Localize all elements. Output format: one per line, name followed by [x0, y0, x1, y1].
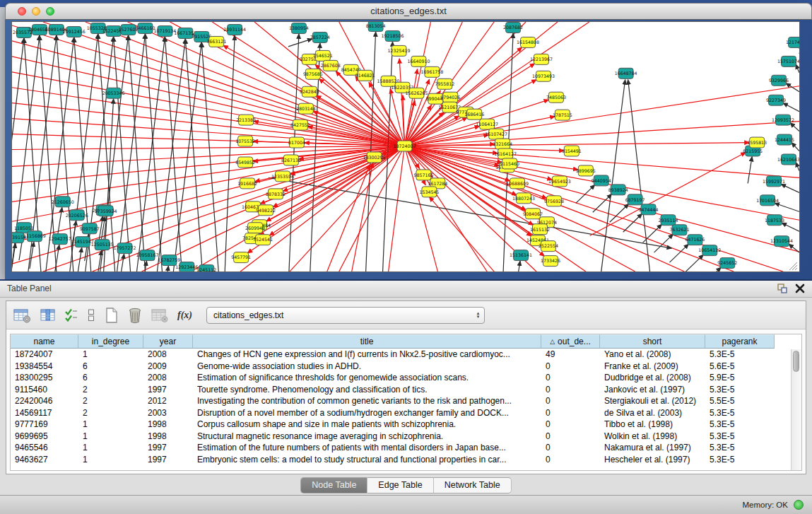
table-cell-short[interactable]: Stergiakouli et al. (2012) — [600, 395, 705, 407]
network-node[interactable]: 5498222 — [256, 205, 276, 216]
table-cell-out-de[interactable]: 0 — [541, 384, 600, 396]
network-node[interactable]: 1244415 — [775, 134, 794, 145]
column-header-out-de[interactable]: △out_de... — [541, 334, 600, 349]
table-row[interactable]: 911546021997Tourette syndrome. Phenomeno… — [11, 384, 801, 396]
network-node[interactable]: 9245652 — [717, 258, 737, 269]
table-cell-title[interactable]: Estimation of significance thresholds fo… — [193, 372, 541, 384]
table-cell-title[interactable]: Embryonic stem cells: a model to study s… — [193, 454, 541, 466]
network-node[interactable]: 1615132 — [530, 224, 550, 235]
network-node[interactable]: 1187533 — [765, 215, 784, 226]
network-node[interactable]: 7857224 — [310, 32, 330, 42]
table-cell-name[interactable]: 9115460 — [11, 384, 78, 396]
table-vertical-scrollbar[interactable] — [791, 349, 801, 470]
select-all-rows-button[interactable] — [64, 307, 79, 324]
close-window-button[interactable] — [18, 7, 26, 16]
table-cell-name[interactable]: 14569117 — [11, 407, 78, 419]
table-cell-pagerank[interactable]: 5.3E-5 — [705, 454, 775, 466]
network-node[interactable]: 1916682 — [237, 178, 257, 189]
network-node[interactable]: 16640910 — [407, 56, 430, 66]
network-node[interactable]: 16961758 — [420, 66, 443, 77]
scrollbar-thumb[interactable] — [793, 351, 799, 372]
network-node[interactable]: 1534545 — [419, 187, 439, 197]
delete-table-button[interactable] — [150, 307, 170, 324]
network-node[interactable]: 9756928 — [544, 196, 564, 206]
network-node[interactable]: 17957272 — [114, 243, 136, 254]
table-cell-pagerank[interactable]: 5.6E-5 — [705, 361, 775, 373]
window-titlebar[interactable]: citations_edges.txt — [5, 3, 812, 20]
table-cell-name[interactable]: 22420046 — [11, 395, 78, 407]
deselect-rows-button[interactable] — [86, 307, 97, 324]
table-row[interactable]: 2242004622012Investigating the contribut… — [11, 395, 801, 407]
table-row[interactable]: 969969511998Structural magnetic resonanc… — [11, 431, 801, 443]
network-node[interactable]: 6549852 — [235, 157, 255, 168]
table-cell-name[interactable]: 9699695 — [11, 431, 78, 443]
table-cell-pagerank[interactable]: 5.9E-5 — [705, 372, 775, 384]
minimize-window-button[interactable] — [32, 7, 40, 16]
table-row[interactable]: 1872400712008Changes of HCN gene express… — [11, 349, 801, 361]
table-cell-title[interactable]: Genome-wide association studies in ADHD. — [193, 361, 541, 373]
table-cell-name[interactable]: 9463627 — [11, 454, 78, 466]
table-cell-out-de[interactable]: 0 — [541, 442, 600, 454]
table-cell-title[interactable]: Estimation of the future numbers of pati… — [193, 442, 541, 454]
table-cell-short[interactable]: Jankovic et al. (1997) — [600, 384, 705, 396]
network-node[interactable]: 15136141 — [510, 250, 532, 261]
table-cell-year[interactable]: 1997 — [143, 442, 193, 454]
network-node[interactable]: 12942757 — [49, 234, 71, 245]
table-cell-short[interactable]: Yano et al. (2008) — [600, 349, 705, 361]
network-canvas[interactable]: 2035572419046563208914062091245610553287… — [11, 21, 800, 272]
network-node[interactable]: 6471626 — [685, 235, 705, 245]
table-cell-in-degree[interactable]: 2 — [78, 395, 143, 407]
network-node[interactable]: 7955812 — [435, 78, 454, 89]
network-node[interactable]: 12213967 — [530, 54, 553, 64]
table-row[interactable]: 946362711997Embryonic stem cells: a mode… — [11, 454, 801, 466]
table-row[interactable]: 977716911998Corpus callosum shape and si… — [11, 419, 801, 431]
tab-node-table[interactable]: Node Table — [300, 477, 367, 493]
network-node[interactable]: 9115460 — [500, 158, 519, 169]
table-cell-name[interactable]: 18300295 — [11, 372, 78, 384]
table-source-select[interactable]: citations_edges.txt ▲▼ — [206, 307, 485, 324]
table-cell-year[interactable]: 2008 — [143, 372, 193, 384]
network-node[interactable]: 10654112 — [698, 245, 721, 256]
table-cell-in-degree[interactable]: 2 — [78, 384, 143, 396]
network-node[interactable]: 1321664 — [493, 139, 512, 149]
table-cell-name[interactable]: 9777169 — [11, 419, 78, 431]
network-node[interactable]: 9474444 — [639, 204, 659, 215]
table-cell-in-degree[interactable]: 1 — [78, 349, 143, 361]
table-cell-short[interactable]: Nakamura et al. (1997) — [600, 442, 705, 454]
table-row[interactable]: 1830029562008Estimation of significance … — [11, 372, 801, 384]
network-node[interactable]: 7524541 — [253, 235, 273, 245]
network-node[interactable]: 8466160 — [136, 23, 155, 33]
column-selector-button[interactable] — [39, 307, 57, 324]
network-node[interactable]: 7663121 — [206, 36, 226, 47]
table-cell-year[interactable]: 1998 — [143, 431, 193, 443]
table-cell-title[interactable]: Structural magnetic resonance image aver… — [193, 431, 541, 443]
canvas-resize-grip[interactable] — [795, 268, 797, 270]
network-node[interactable]: 8938924 — [608, 185, 628, 195]
float-panel-icon[interactable] — [777, 283, 788, 294]
table-cell-in-degree[interactable]: 1 — [78, 454, 143, 466]
table-cell-short[interactable]: Wolkin et al. (1998) — [600, 431, 705, 443]
network-node[interactable]: 8267130 — [281, 155, 301, 165]
network-node[interactable]: 16210643 — [777, 154, 800, 165]
zoom-window-button[interactable] — [46, 7, 54, 16]
network-node[interactable]: 1380954 — [289, 23, 309, 33]
column-header-in-degree[interactable]: in_degree — [78, 334, 143, 349]
table-cell-pagerank[interactable]: 5.3E-5 — [705, 431, 775, 443]
network-node[interactable]: 7632621 — [669, 225, 689, 235]
network-node[interactable]: 9154491 — [562, 146, 582, 156]
table-row[interactable]: 1938455462009Genome-wide association stu… — [11, 361, 801, 373]
table-cell-title[interactable]: Disruption of a novel member of a sodium… — [193, 407, 541, 419]
table-cell-title[interactable]: Corpus callosum shape and size in male p… — [193, 419, 541, 431]
table-cell-year[interactable]: 1998 — [143, 419, 193, 431]
network-node[interactable]: 6879197 — [625, 194, 645, 205]
network-node[interactable]: 2803144 — [296, 103, 316, 114]
table-cell-short[interactable]: Hescheler et al. (1997) — [600, 454, 705, 466]
table-cell-year[interactable]: 2008 — [143, 349, 193, 361]
tab-edge-table[interactable]: Edge Table — [367, 477, 433, 493]
table-cell-pagerank[interactable]: 5.3E-5 — [705, 407, 775, 419]
network-node[interactable]: 9899695 — [576, 165, 596, 176]
table-cell-out-de[interactable]: 0 — [541, 419, 600, 431]
network-node[interactable]: 1787515 — [553, 110, 572, 120]
table-cell-in-degree[interactable]: 1 — [78, 419, 143, 431]
table-cell-name[interactable]: 9465546 — [11, 442, 78, 454]
